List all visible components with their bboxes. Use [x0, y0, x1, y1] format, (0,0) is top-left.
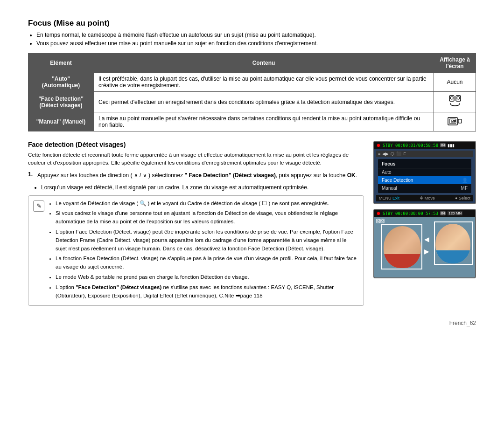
svg-point-13: [382, 220, 384, 222]
bottom-section: Face detection (Détect visages) Cette fo…: [28, 141, 476, 311]
page-footer: French_62: [28, 320, 476, 326]
note-item-1: Le voyant de Détection de visage ( 🔍 ) e…: [56, 200, 359, 208]
content-manual: La mise au point manuelle peut s'avérer …: [94, 112, 434, 131]
svg-point-11: [378, 220, 379, 222]
sub-bullet-1: Lorsqu'un visage est détecté, il est sig…: [41, 183, 364, 192]
face-detection-title: Face detection (Détect visages): [28, 141, 364, 148]
toolbar-icon-1: ≡: [378, 152, 380, 156]
menu-toolbar: ≡ ◀▶ ⬡ ⬛ F: [376, 151, 473, 157]
screens-area: ⏺ STBY 00:00:01/00:58:58 IN ▮▮▮ ≡ ◀▶ ⬡ ⬛…: [373, 141, 476, 278]
note-item-4: La fonction Face Detection (Détect. visa…: [56, 255, 359, 271]
cam-bottom-bar: MENU Exit ❖ Move ● Select: [376, 195, 473, 201]
note-icon: ✎: [33, 200, 44, 212]
table-row: "Manual" (Manuel) La mise au point manue…: [28, 112, 476, 131]
manual-focus-icon: MF: [448, 116, 462, 127]
face-detect-indicator: [376, 219, 385, 228]
svg-text:MF: MF: [451, 120, 456, 123]
table-header-element: Elément: [28, 54, 94, 73]
detection-arrows: ◀ ▶: [424, 235, 429, 255]
photo-top-bar: ⏺ STBY 00:00:00:00 57:53 IN 120 MN: [374, 210, 475, 217]
photo-screen: ⏺ STBY 00:00:00:00 57:53 IN 120 MN: [373, 209, 476, 278]
content-face: Ceci permet d'effectuer un enregistremen…: [94, 92, 434, 112]
select-label: ● Select: [455, 196, 470, 200]
arrow-left: ◀: [424, 235, 429, 243]
note-item-5: Le mode Web & portable ne prend pas en c…: [56, 273, 359, 282]
element-face: "Face Detection" (Détect visages): [28, 92, 94, 112]
photo-timecode: STBY 00:00:00:00 57:53: [383, 211, 438, 216]
toolbar-icon-4: ⬛: [396, 152, 401, 156]
svg-point-3: [457, 97, 460, 99]
display-face: [434, 92, 476, 112]
menu-label: MENU Exit: [379, 196, 399, 200]
menu-screen: ⏺ STBY 00:00:01/00:58:58 IN ▮▮▮ ≡ ◀▶ ⬡ ⬛…: [373, 141, 476, 204]
table-row: "Auto" (Automatique) Il est préférable, …: [28, 73, 476, 92]
rec-icon: ⏺: [376, 143, 381, 148]
manual-label: Manual: [382, 186, 397, 191]
arrow-right: ▶: [424, 248, 429, 255]
focus-table: Elément Contenu Affichage à l'écran "Aut…: [28, 53, 476, 131]
photo-rec-icon: ⏺: [376, 211, 381, 216]
face-indicator-icon: [376, 219, 385, 227]
intro-bullet-2: Vous pouvez aussi effectuer une mise au …: [36, 40, 476, 47]
toolbar-icon-2: ◀▶: [382, 152, 389, 156]
note-item-2: Si vous cadrez le visage d'une personne …: [56, 209, 359, 226]
display-manual: MF: [434, 112, 476, 131]
note-bullets: Le voyant de Détection de visage ( 🔍 ) e…: [49, 200, 359, 302]
note-item-3: L'option Face Detection (Détect. visage)…: [56, 228, 359, 253]
step-num: 1.: [28, 171, 35, 180]
toolbar-icon-3: ⬡: [391, 152, 394, 156]
cam-top-bar: ⏺ STBY 00:00:01/00:58:58 IN ▮▮▮: [374, 142, 475, 149]
svg-rect-9: [458, 119, 462, 123]
timecode: STBY 00:00:01/00:58:58: [383, 143, 438, 148]
step-bold1: " Face Detection" (Détect visages): [185, 172, 276, 179]
manual-icon-small: MF: [461, 186, 468, 191]
face-detect-intro: Cette fonction détecte et reconnaît tout…: [28, 151, 364, 167]
photo-scene: ◀ ▶: [374, 217, 475, 277]
face-detect-box-right: [434, 221, 473, 265]
menu-item-face-detection[interactable]: Face Detection 👤: [378, 176, 471, 184]
menu-toolbar-area: ≡ ◀▶ ⬡ ⬛ F Focus Auto Face Detection 👤 M…: [374, 149, 475, 203]
intro-bullet-1: En temps normal, le caméscope à mémoire …: [36, 32, 476, 38]
table-header-display: Affichage à l'écran: [434, 54, 476, 73]
intro-bullets: En temps normal, le caméscope à mémoire …: [28, 32, 476, 47]
svg-point-1: [450, 97, 453, 99]
photo-battery: IN: [440, 211, 446, 215]
element-auto: "Auto" (Automatique): [28, 73, 94, 92]
toolbar-icon-5: F: [403, 152, 406, 156]
menu-item-manual: Manual MF: [378, 184, 471, 192]
focus-menu: Focus Auto Face Detection 👤 Manual MF: [378, 159, 471, 193]
table-row: "Face Detection" (Détect visages) Ceci p…: [28, 92, 476, 112]
page-title: Focus (Mise au point): [28, 19, 476, 28]
sub-bullets: Lorsqu'un visage est détecté, il est sig…: [28, 183, 364, 192]
note-box: ✎ Le voyant de Détection de visage ( 🔍 )…: [28, 195, 364, 306]
battery-badge: IN: [440, 143, 446, 147]
face-detect-icon: [448, 95, 462, 108]
step-bold2: OK: [347, 172, 356, 179]
text-area: Face detection (Détect visages) Cette fo…: [28, 141, 364, 311]
move-label: ❖ Move: [420, 196, 435, 200]
note-item-6: L'option "Face Detection" (Détect visage…: [56, 283, 359, 300]
face-detect-icon-small: 👤: [462, 178, 468, 183]
display-auto: Aucun: [434, 73, 476, 92]
face-detect-box-left: [381, 224, 422, 269]
step-text: Appuyez sur les touches de direction ( ∧…: [37, 171, 357, 180]
focus-menu-title: Focus: [378, 160, 471, 168]
step-list: 1. Appuyez sur les touches de direction …: [28, 171, 364, 180]
content-auto: Il est préférable, dans la plupart des c…: [94, 73, 434, 92]
exit-label: Exit: [392, 196, 399, 200]
face-detection-label: Face Detection: [382, 178, 413, 183]
photo-mode-badge: 120 MN: [448, 211, 462, 215]
step-1: 1. Appuyez sur les touches de direction …: [28, 171, 364, 180]
element-manual: "Manual" (Manuel): [28, 112, 94, 131]
page-number: French_62: [449, 320, 476, 326]
table-header-content: Contenu: [94, 54, 434, 73]
menu-item-auto: Auto: [378, 168, 471, 176]
signal-bars: ▮▮▮: [448, 143, 455, 148]
